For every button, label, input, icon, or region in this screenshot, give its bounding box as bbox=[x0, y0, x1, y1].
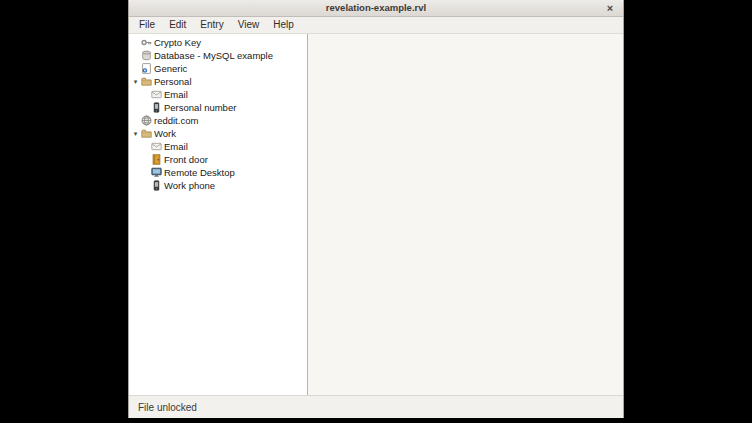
close-icon[interactable]: × bbox=[603, 0, 617, 16]
tree-item-personal[interactable]: ▾Personal bbox=[129, 75, 307, 88]
tree-item-label: Work bbox=[154, 127, 176, 140]
tree-item-crypto-key[interactable]: Crypto Key bbox=[129, 36, 307, 49]
app-window: revelation-example.rvl × FileEditEntryVi… bbox=[128, 0, 624, 418]
menubar: FileEditEntryViewHelp bbox=[129, 17, 623, 34]
generic-icon bbox=[141, 63, 152, 74]
tree-item-generic[interactable]: Generic bbox=[129, 62, 307, 75]
expander-icon[interactable]: ▾ bbox=[130, 75, 141, 88]
tree-item-front-door[interactable]: Front door bbox=[129, 153, 307, 166]
titlebar: revelation-example.rvl × bbox=[129, 0, 623, 17]
key-icon bbox=[141, 37, 152, 48]
menu-item-entry[interactable]: Entry bbox=[193, 17, 230, 33]
tree-item-label: Personal number bbox=[164, 101, 236, 114]
tree-item-personal-number[interactable]: Personal number bbox=[129, 101, 307, 114]
expander-icon[interactable]: ▾ bbox=[130, 127, 141, 140]
tree-item-remote-desktop[interactable]: Remote Desktop bbox=[129, 166, 307, 179]
menu-item-help[interactable]: Help bbox=[266, 17, 301, 33]
monitor-icon bbox=[151, 167, 162, 178]
database-icon bbox=[141, 50, 152, 61]
tree-item-reddit-com[interactable]: reddit.com bbox=[129, 114, 307, 127]
tree-item-email[interactable]: Email bbox=[129, 88, 307, 101]
tree-item-label: Generic bbox=[154, 62, 187, 75]
tree-item-label: Email bbox=[164, 88, 188, 101]
folder-icon bbox=[141, 128, 152, 139]
email-icon bbox=[151, 89, 162, 100]
tree-item-database-mysql-example[interactable]: Database - MySQL example bbox=[129, 49, 307, 62]
tree-item-label: Personal bbox=[154, 75, 192, 88]
detail-panel bbox=[308, 34, 623, 395]
door-icon bbox=[151, 154, 162, 165]
entry-tree[interactable]: Crypto KeyDatabase - MySQL exampleGeneri… bbox=[129, 34, 308, 395]
tree-item-label: Remote Desktop bbox=[164, 166, 235, 179]
email-icon bbox=[151, 141, 162, 152]
phone-icon bbox=[151, 180, 162, 191]
tree-item-work-phone[interactable]: Work phone bbox=[129, 179, 307, 192]
menu-item-file[interactable]: File bbox=[132, 17, 162, 33]
tree-item-label: Email bbox=[164, 140, 188, 153]
tree-item-label: reddit.com bbox=[154, 114, 198, 127]
folder-icon bbox=[141, 76, 152, 87]
menu-item-edit[interactable]: Edit bbox=[162, 17, 193, 33]
tree-item-label: Front door bbox=[164, 153, 208, 166]
tree-item-email[interactable]: Email bbox=[129, 140, 307, 153]
content-area: Crypto KeyDatabase - MySQL exampleGeneri… bbox=[129, 34, 623, 395]
tree-item-work[interactable]: ▾Work bbox=[129, 127, 307, 140]
tree-item-label: Work phone bbox=[164, 179, 215, 192]
menu-item-view[interactable]: View bbox=[231, 17, 267, 33]
globe-icon bbox=[141, 115, 152, 126]
statusbar: File unlocked bbox=[129, 395, 623, 418]
window-title: revelation-example.rvl bbox=[326, 0, 426, 16]
phone-icon bbox=[151, 102, 162, 113]
tree-item-label: Crypto Key bbox=[154, 36, 201, 49]
status-text: File unlocked bbox=[138, 402, 197, 413]
tree-item-label: Database - MySQL example bbox=[154, 49, 273, 62]
